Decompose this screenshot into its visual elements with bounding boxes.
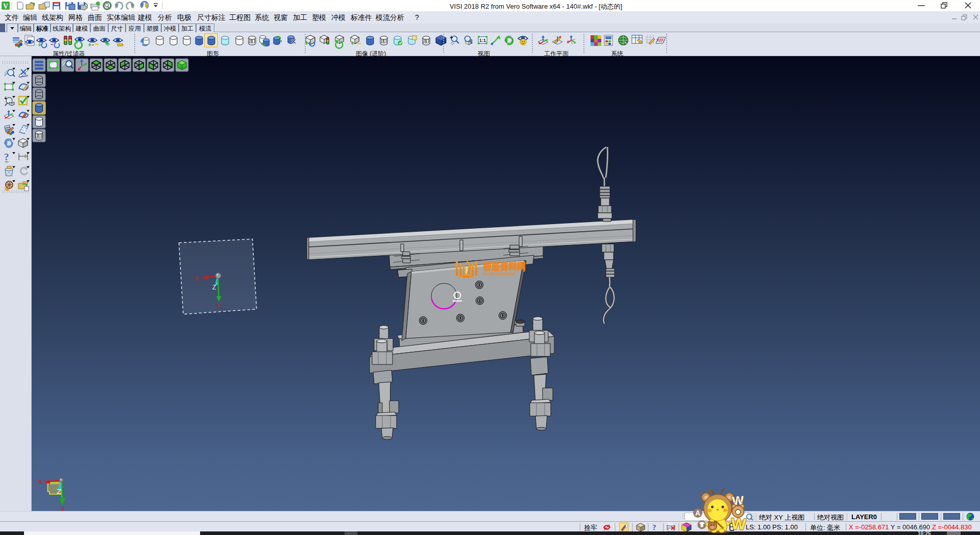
svg-text:+: +: [106, 39, 110, 48]
svg-text:A: A: [695, 509, 700, 517]
svg-text:+: +: [351, 40, 354, 47]
svg-text:INTELLIGENT MANUFACTURING DATA: INTELLIGENT MANUFACTURING DATA: [483, 272, 516, 276]
svg-text:V: V: [3, 3, 8, 10]
svg-text:Z: Z: [212, 284, 216, 291]
svg-text:?: ?: [652, 523, 656, 531]
svg-text:?: ?: [4, 152, 9, 162]
svg-text:Y: Y: [216, 302, 220, 309]
svg-text:+: +: [88, 41, 92, 48]
svg-text:-: -: [51, 39, 53, 48]
svg-text:1:1: 1:1: [479, 38, 486, 43]
svg-text:-: -: [355, 40, 357, 47]
svg-text:-: -: [92, 41, 94, 48]
svg-text:W: W: [730, 515, 747, 533]
svg-text:+: +: [450, 34, 453, 40]
svg-text:X: X: [194, 275, 199, 282]
svg-text:智造资料网: 智造资料网: [482, 261, 526, 272]
